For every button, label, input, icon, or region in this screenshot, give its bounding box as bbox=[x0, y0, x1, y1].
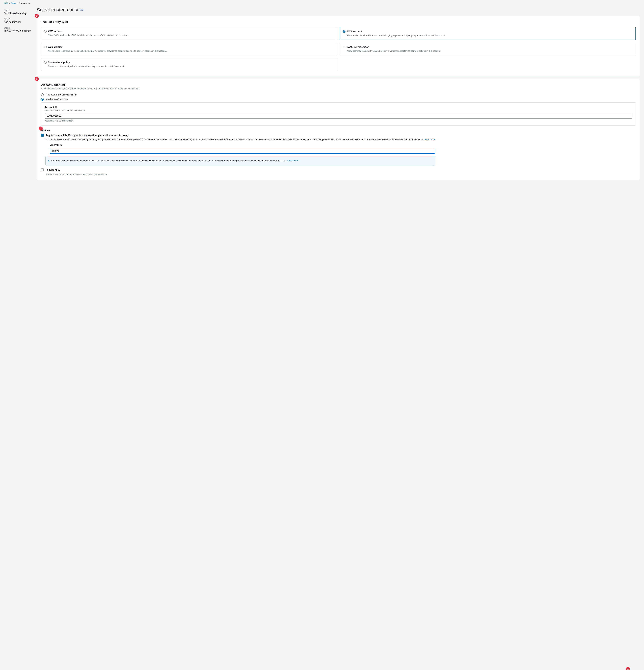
require-mfa-checkbox[interactable] bbox=[41, 169, 44, 171]
option-web-identity-desc: Allows users federated by the specified … bbox=[44, 49, 334, 53]
require-external-id-content: Require external ID (Best practice when … bbox=[45, 134, 435, 165]
option-custom-title: Custom trust policy bbox=[48, 61, 70, 64]
option-web-identity-title: Web identity bbox=[48, 46, 62, 48]
require-mfa-label: Require MFA bbox=[45, 168, 60, 172]
require-external-id-learn-more[interactable]: Learn more bbox=[424, 138, 435, 140]
account-id-input[interactable] bbox=[45, 113, 632, 119]
option-saml-desc: Allow users federated with SAML 2.0 from… bbox=[343, 49, 633, 53]
this-account-label: This account (618963333842) bbox=[45, 93, 77, 96]
step2-label: Step 2 bbox=[4, 18, 33, 20]
step-badge-2: 2 bbox=[35, 77, 39, 81]
option-aws-service[interactable]: AWS service Allow AWS services like EC2,… bbox=[41, 27, 337, 40]
another-account-box: Account ID Identifier of the account tha… bbox=[41, 102, 636, 125]
external-id-label: External ID bbox=[50, 144, 435, 146]
account-id-label: Account ID bbox=[45, 106, 632, 109]
trusted-entity-card: 1 Trusted entity type AWS service Allow … bbox=[37, 16, 640, 76]
option-saml[interactable]: SAML 2.0 federation Allow users federate… bbox=[340, 43, 636, 55]
breadcrumb: IAM › Roles › Create role bbox=[0, 0, 644, 6]
external-id-input[interactable] bbox=[50, 148, 435, 153]
another-account-label: Another AWS account bbox=[45, 98, 68, 101]
require-external-id-checkbox[interactable] bbox=[41, 134, 44, 137]
option-aws-account-title: AWS account bbox=[347, 30, 362, 33]
require-external-id-label: Require external ID (Best practice when … bbox=[45, 134, 435, 137]
step3-label: Step 3 bbox=[4, 27, 33, 29]
options-section: 3 Options Require external ID (Best prac… bbox=[41, 129, 636, 176]
step-badge-3: 3 bbox=[39, 126, 43, 131]
require-mfa-option[interactable]: Require MFA Requires that the assuming e… bbox=[41, 168, 636, 176]
breadcrumb-roles[interactable]: Roles bbox=[11, 2, 16, 4]
radio-another-account[interactable] bbox=[41, 98, 44, 101]
require-external-id-option[interactable]: Require external ID (Best practice when … bbox=[41, 134, 636, 165]
info-box: ℹ Important: The console does not suppor… bbox=[45, 156, 435, 165]
sidebar-step-3: Step 3 Name, review, and create bbox=[4, 27, 33, 32]
entity-options-grid: AWS service Allow AWS services like EC2,… bbox=[41, 27, 636, 71]
step1-label: Step 1 bbox=[4, 9, 33, 12]
step-badge-1: 1 bbox=[35, 14, 39, 18]
step1-title: Select trusted entity bbox=[4, 12, 33, 15]
page-title: Select trusted entity bbox=[37, 7, 78, 13]
trusted-entity-title: Trusted entity type bbox=[41, 20, 636, 24]
radio-web-identity[interactable] bbox=[44, 46, 46, 48]
aws-account-desc: Allow entities in other AWS accounts bel… bbox=[41, 88, 636, 90]
external-id-group: External ID bbox=[50, 144, 435, 153]
account-id-note: Account ID is a 12-digit number. bbox=[45, 120, 632, 122]
option-aws-account-desc: Allow entities in other AWS accounts bel… bbox=[343, 34, 633, 37]
aws-account-title: An AWS account bbox=[41, 83, 636, 87]
require-mfa-desc: Requires that the assuming entity use mu… bbox=[45, 173, 636, 176]
radio-this-account[interactable] bbox=[41, 93, 44, 96]
info-link[interactable]: Info bbox=[80, 9, 83, 11]
option-custom-desc: Create a custom trust policy to enable o… bbox=[44, 65, 334, 68]
option-web-identity[interactable]: Web identity Allows users federated by t… bbox=[41, 43, 337, 55]
info-learn-more[interactable]: Learn more bbox=[287, 159, 298, 162]
option-saml-title: SAML 2.0 federation bbox=[347, 46, 369, 48]
radio-saml[interactable] bbox=[343, 46, 345, 48]
step2-title: Add permissions bbox=[4, 21, 33, 23]
page-title-row: Select trusted entity Info bbox=[37, 6, 640, 13]
info-icon: ℹ bbox=[48, 159, 49, 163]
option-aws-account[interactable]: AWS account Allow entities in other AWS … bbox=[340, 27, 636, 40]
another-account-option[interactable]: Another AWS account Account ID Identifie… bbox=[41, 98, 636, 125]
step-badge-4: 4 bbox=[626, 667, 630, 670]
sidebar-step-1: Step 1 Select trusted entity bbox=[4, 9, 33, 15]
account-options: This account (618963333842) Another AWS … bbox=[41, 93, 636, 125]
aws-account-section: 2 An AWS account Allow entities in other… bbox=[37, 79, 640, 180]
option-aws-service-title: AWS service bbox=[48, 30, 62, 32]
account-id-hint: Identifier of the account that can use t… bbox=[45, 109, 632, 111]
breadcrumb-sep2: › bbox=[17, 2, 18, 4]
options-title: Options bbox=[41, 129, 636, 132]
breadcrumb-sep1: › bbox=[9, 2, 10, 4]
option-aws-service-desc: Allow AWS services like EC2, Lambda, or … bbox=[44, 34, 334, 37]
breadcrumb-current: Create role bbox=[19, 2, 30, 4]
radio-aws-account[interactable] bbox=[343, 30, 345, 33]
this-account-option[interactable]: This account (618963333842) bbox=[41, 93, 636, 96]
radio-aws-service[interactable] bbox=[44, 30, 46, 32]
info-box-text: Important: The console does not support … bbox=[51, 159, 299, 163]
step3-title: Name, review, and create bbox=[4, 29, 33, 32]
option-custom[interactable]: Custom trust policy Create a custom trus… bbox=[41, 58, 337, 71]
require-external-id-desc: You can increase the security of your ro… bbox=[45, 138, 435, 141]
sidebar: Step 1 Select trusted entity Step 2 Add … bbox=[0, 6, 37, 670]
radio-custom[interactable] bbox=[44, 61, 46, 64]
breadcrumb-iam[interactable]: IAM bbox=[4, 2, 8, 4]
sidebar-step-2: Step 2 Add permissions bbox=[4, 18, 33, 23]
